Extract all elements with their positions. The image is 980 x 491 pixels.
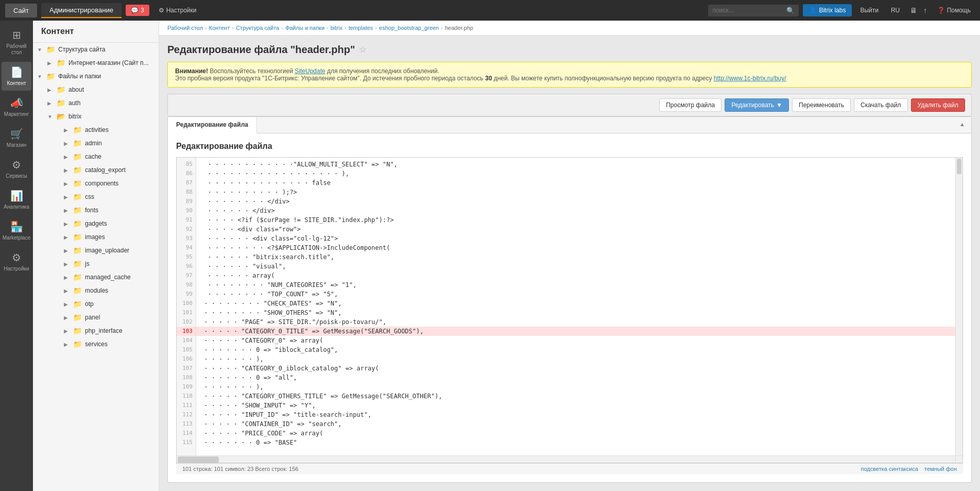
nav-item-desktop[interactable]: ⊞ Рабочий стол [2, 25, 31, 60]
code-line[interactable]: · · · · · "CONTAINER_ID" => "search", [196, 419, 955, 429]
code-editor[interactable]: 8586878889909192939495969798991001011021… [177, 158, 962, 455]
site-button[interactable]: Сайт [5, 4, 37, 18]
tree-item-panel[interactable]: ▶ 📁 panel [49, 311, 159, 324]
code-line[interactable]: · · · · <div class="row"> [196, 225, 955, 234]
tree-item-gadgets[interactable]: ▶ 📁 gadgets [49, 217, 159, 230]
delete-button[interactable]: Удалить файл [911, 98, 965, 112]
code-line[interactable]: · · · · · · <div class="col-lg-12"> [196, 234, 955, 243]
code-line[interactable]: · · · · · "SHOW_INPUT" => "Y", [196, 401, 955, 410]
code-lines[interactable]: · · · · · · · · · · · ·"ALLOW_MULTI_SELE… [196, 158, 955, 455]
code-line[interactable]: · · · · · "PAGE" => SITE_DIR."/poisk-po-… [196, 317, 955, 327]
tree-item-fonts[interactable]: ▶ 📁 fonts [49, 204, 159, 217]
tree-item-admin[interactable]: ▶ 📁 admin [49, 137, 159, 150]
tree-item-components[interactable]: ▶ 📁 components [49, 177, 159, 190]
code-line[interactable]: · · · · · · · · "NUM_CATEGORIES" => "1", [196, 280, 955, 290]
settings-button[interactable]: ⚙ Настройки [153, 5, 202, 16]
code-line[interactable]: · · · · · · · 0 => "iblock_catalog", [196, 345, 955, 354]
site-update-link[interactable]: SiteUpdate [295, 67, 325, 75]
breadcrumb-bitrix[interactable]: bitrix [331, 25, 342, 31]
code-line[interactable]: · · · · · · · · <?$APPLICATION->IncludeC… [196, 243, 955, 252]
tree-item-sidebar-services[interactable]: ▶ 📁 services [49, 337, 159, 351]
tree-item-otp[interactable]: ▶ 📁 otp [49, 297, 159, 311]
code-line[interactable]: · · · · · · · 0 => "all", [196, 373, 955, 382]
tree-item-catalog-export[interactable]: ▶ 📁 catalog_export [49, 163, 159, 177]
tree-item-image-uploader[interactable]: ▶ 📁 image_uploader [49, 244, 159, 257]
code-line[interactable]: · · · · · · array( [196, 271, 955, 280]
code-line[interactable]: · · · · · "CATEGORY_0" => array( [196, 336, 955, 345]
tree-item-modules[interactable]: ▶ 📁 modules [49, 284, 159, 297]
tab-edit-file[interactable]: Редактирование файла [168, 117, 257, 133]
code-line[interactable]: · · · · · · · · · · · · · · · · · · ), [196, 169, 955, 178]
tree-item-bitrix[interactable]: ▼ 📂 bitrix [41, 110, 159, 123]
tree-item-files[interactable]: ▼ 📁 Файлы и папки [33, 70, 159, 83]
code-line[interactable]: · · · · <?if ($curPage != SITE_DIR."inde… [196, 215, 955, 225]
scrollbar-corner [955, 455, 962, 463]
arrow-icon[interactable]: ↑ [921, 4, 929, 16]
tree-item-auth[interactable]: ▶ 📁 auth [41, 96, 159, 110]
sep7: › [441, 25, 443, 31]
buy-link[interactable]: http://www.1c-bitrix.ru/buy/ [714, 75, 786, 82]
code-line[interactable]: · · · · · · </div> [196, 206, 955, 215]
download-button[interactable]: Скачать файл [854, 98, 908, 112]
code-line[interactable]: · · · · · · · · </div> [196, 197, 955, 206]
rename-button[interactable]: Переименовать [792, 98, 851, 112]
code-line[interactable]: · · · · · · · ), [196, 354, 955, 364]
code-line[interactable]: · · · · · · · · "TOP_COUNT" => "5", [196, 290, 955, 299]
breadcrumb-desktop[interactable]: Рабочий стол [167, 25, 203, 31]
tree-item-activities[interactable]: ▶ 📁 activities [49, 123, 159, 137]
breadcrumb-files[interactable]: Файлы и папки [285, 25, 324, 31]
code-line[interactable]: · · · · · · · · · · );?> [196, 188, 955, 197]
code-line[interactable]: · · · · · "CATEGORY_0_TITLE" => GetMessa… [196, 327, 955, 336]
code-line[interactable]: · · · · · · "bitrix:search.title", [196, 252, 955, 262]
nav-item-shop[interactable]: 🛒 Магазин [2, 124, 31, 153]
theme-label[interactable]: темный фон [924, 466, 957, 472]
nav-item-services[interactable]: ⚙ Сервисы [2, 155, 31, 183]
code-line[interactable]: · · · · · "CATEGORY_OTHERS_TITLE" => Get… [196, 392, 955, 401]
breadcrumb-eshop[interactable]: eshop_bootstrap_green [379, 25, 439, 31]
help-button[interactable]: ❓ Помощь [933, 4, 975, 16]
favorite-icon[interactable]: ☆ [359, 45, 366, 55]
nav-item-content[interactable]: 📄 Контент [2, 62, 31, 91]
code-line[interactable]: · · · · · "PRICE_CODE" => array( [196, 429, 955, 438]
tree-item-site-structure[interactable]: ▼ 📁 Структура сайта [33, 43, 159, 56]
nav-item-settings[interactable]: ⚙ Настройки [2, 247, 31, 276]
admin-tab[interactable]: Администрирование [41, 3, 122, 18]
breadcrumb-site-structure[interactable]: Структура сайта [236, 25, 279, 31]
tree-item-php-interface[interactable]: ▶ 📁 php_interface [49, 324, 159, 337]
tree-item-cache[interactable]: ▶ 📁 cache [49, 150, 159, 163]
code-line[interactable]: · · · · · · · · "CHECK_DATES" => "N", [196, 299, 955, 308]
line-number: 113 [177, 419, 196, 429]
tree-item-internet-shop[interactable]: ▶ 📁 Интернет-магазин (Сайт п... [41, 56, 159, 70]
notify-button[interactable]: 💬 3 [126, 5, 149, 16]
monitor-icon[interactable]: 🖥 [908, 4, 919, 16]
nav-item-marketing[interactable]: 📣 Маркетинг [2, 93, 31, 122]
edit-button[interactable]: Редактировать ▼ [725, 98, 789, 112]
view-file-button[interactable]: Просмотр файла [659, 98, 721, 112]
search-input[interactable] [712, 7, 784, 14]
code-line[interactable]: · · · · · "INPUT_ID" => "title-search-in… [196, 410, 955, 419]
logout-button[interactable]: Выйти [856, 4, 883, 16]
language-button[interactable]: RU [887, 4, 904, 16]
code-line[interactable]: · · · · · · · · "SHOW_OTHERS" => "N", [196, 308, 955, 317]
code-line[interactable]: · · · · · "CATEGORY_0_iblock_catalog" =>… [196, 364, 955, 373]
code-line[interactable]: · · · · · · · ), [196, 382, 955, 392]
highlight-syntax-label[interactable]: подсветка синтаксиса [861, 466, 918, 472]
tree-item-about[interactable]: ▶ 📁 about [41, 83, 159, 96]
code-line[interactable]: · · · · · · · · · · · · · · false [196, 178, 955, 188]
settings-label: Настройки [166, 7, 197, 14]
nav-item-analytics[interactable]: 📊 Аналитика [2, 185, 31, 214]
user-button[interactable]: 👤 Bitrix labs [803, 4, 852, 16]
tree-item-css[interactable]: ▶ 📁 css [49, 190, 159, 204]
breadcrumb-templates[interactable]: templates [349, 25, 373, 31]
code-line[interactable]: · · · · · · · 0 => "BASE" [196, 438, 955, 447]
code-line[interactable]: · · · · · · · · · · · ·"ALLOW_MULTI_SELE… [196, 160, 955, 169]
tree-item-js[interactable]: ▶ 📁 js [49, 257, 159, 270]
tree-item-managed-cache[interactable]: ▶ 📁 managed_cache [49, 270, 159, 284]
tree-label-activities: activities [85, 126, 154, 133]
scrollbar-h[interactable] [177, 455, 955, 463]
breadcrumb-content[interactable]: Контент [209, 25, 230, 31]
tree-item-images[interactable]: ▶ 📁 images [49, 230, 159, 244]
scrollbar-v[interactable] [955, 158, 962, 455]
code-line[interactable]: · · · · · · "visual", [196, 262, 955, 271]
nav-item-marketplace[interactable]: 🏪 Marketplace [2, 216, 31, 245]
